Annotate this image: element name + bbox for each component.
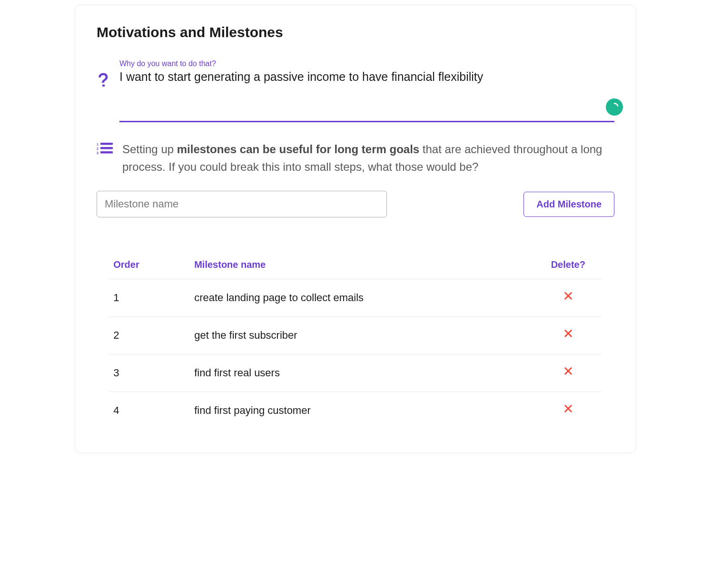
- delete-button[interactable]: [562, 327, 575, 341]
- table-row: 3find first real users: [109, 354, 602, 392]
- x-icon: [562, 327, 575, 341]
- delete-button[interactable]: [562, 290, 575, 303]
- motivation-section: Why do you want to do that?: [97, 59, 614, 122]
- add-milestone-row: Add Milestone: [97, 191, 614, 217]
- intro-bold: milestones can be useful for long term g…: [177, 143, 419, 156]
- delete-cell: [535, 317, 602, 354]
- delete-cell: [535, 392, 602, 430]
- x-icon: [562, 365, 575, 378]
- delete-cell: [535, 279, 602, 317]
- motivation-icon-wrap: [97, 59, 110, 92]
- order-cell: 2: [109, 317, 190, 354]
- name-cell: get the first subscriber: [190, 317, 535, 354]
- numbered-list-icon: 1 2 3: [97, 142, 113, 155]
- motivation-input[interactable]: [119, 70, 614, 122]
- delete-cell: [535, 354, 602, 392]
- delete-button[interactable]: [562, 402, 575, 416]
- delete-button[interactable]: [562, 365, 575, 378]
- save-indicator: [606, 98, 623, 116]
- name-cell: find first real users: [190, 354, 535, 392]
- intro-text: Setting up milestones can be useful for …: [122, 140, 614, 176]
- x-icon: [562, 402, 575, 416]
- milestone-name-input[interactable]: [97, 191, 387, 217]
- milestones-intro: 1 2 3 Setting up milestones can be usefu…: [97, 140, 614, 176]
- spinner-icon: [610, 102, 619, 112]
- svg-text:2: 2: [97, 147, 99, 150]
- table-row: 2get the first subscriber: [109, 317, 602, 354]
- question-icon: [97, 73, 110, 90]
- svg-text:1: 1: [97, 143, 99, 146]
- milestones-table: Order Milestone name Delete? 1create lan…: [109, 251, 602, 429]
- page-title: Motivations and Milestones: [97, 24, 614, 40]
- card-container: Motivations and Milestones Why do you wa…: [75, 5, 636, 453]
- order-cell: 4: [109, 392, 190, 430]
- table-row: 1create landing page to collect emails: [109, 279, 602, 317]
- table-header-order: Order: [109, 251, 190, 279]
- name-cell: find first paying customer: [190, 392, 535, 430]
- svg-rect-1: [100, 143, 113, 145]
- order-cell: 3: [109, 354, 190, 392]
- svg-rect-5: [100, 151, 113, 154]
- svg-text:3: 3: [97, 151, 99, 155]
- motivation-field-wrap: Why do you want to do that?: [119, 59, 614, 122]
- add-milestone-button[interactable]: Add Milestone: [523, 192, 614, 217]
- name-cell: create landing page to collect emails: [190, 279, 535, 317]
- motivation-label: Why do you want to do that?: [119, 59, 614, 68]
- svg-rect-3: [100, 147, 113, 149]
- intro-prefix: Setting up: [122, 143, 177, 156]
- table-header-delete: Delete?: [535, 251, 602, 279]
- table-header-name: Milestone name: [190, 251, 535, 279]
- order-cell: 1: [109, 279, 190, 317]
- x-icon: [562, 290, 575, 303]
- table-row: 4find first paying customer: [109, 392, 602, 430]
